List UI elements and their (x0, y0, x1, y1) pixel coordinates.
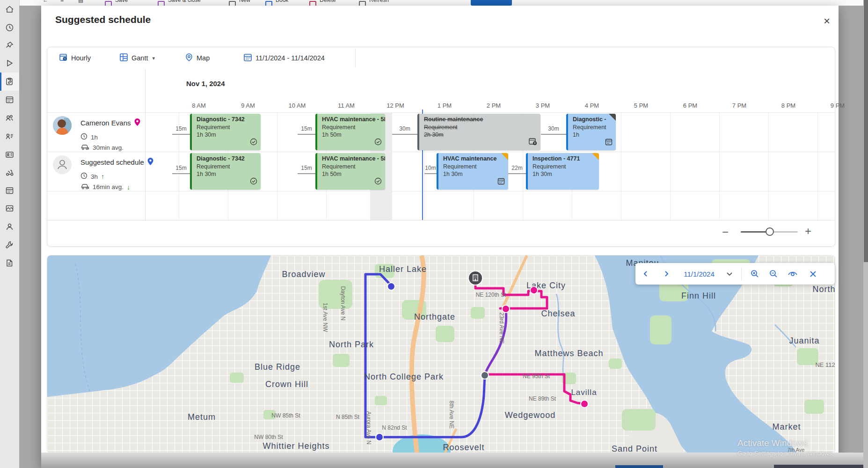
toolbar-button-new[interactable]: New (239, 0, 250, 3)
route-stop-dot[interactable] (530, 286, 538, 294)
resource-name[interactable]: Suggested schedule (80, 157, 154, 167)
primary-command-button[interactable] (471, 0, 512, 6)
gridline (768, 112, 769, 220)
activate-windows-watermark: Activate Windows (737, 438, 808, 448)
gantt-grid-icon (119, 53, 128, 63)
street-label: 23rd Ave NE (498, 312, 505, 344)
area-label: Blue Ridge (255, 362, 300, 372)
calendar-x-icon (529, 138, 537, 147)
next-day-icon[interactable] (656, 263, 677, 285)
booking-status-corner (609, 114, 616, 121)
street-label: 8th Ave NE (448, 401, 455, 429)
area-label: Roosevelt (443, 443, 484, 452)
gantt-zoom-in-button[interactable]: + (805, 225, 811, 238)
depot-marker[interactable] (468, 271, 482, 285)
visibility-icon[interactable] (783, 263, 802, 285)
screen: ← ≡ ▤ SaveSave & closeNewBookDeleteRefre… (0, 0, 868, 468)
gantt-zoom-out-button[interactable]: − (722, 226, 729, 239)
toolbar-button-delete[interactable]: Delete (320, 0, 336, 3)
area-label: Matthews Beach (534, 349, 603, 358)
hour-label: 8 PM (770, 102, 807, 109)
recent-clock-icon[interactable] (0, 19, 19, 37)
zoom-out-icon[interactable] (764, 263, 783, 285)
wrench-icon[interactable] (0, 236, 19, 254)
home-icon[interactable] (0, 0, 19, 18)
close-map-icon[interactable] (802, 263, 823, 285)
person-icon[interactable] (0, 218, 19, 235)
hour-label: 11 AM (328, 102, 365, 109)
contact-list-icon[interactable] (0, 127, 19, 145)
route-stop-dot[interactable] (502, 305, 510, 313)
booking-block-green[interactable]: Diagnostic - 7342Requirement1h 30m (190, 114, 261, 150)
booking-block-blue[interactable]: Inspection - 4771Requirement1h 30m (526, 153, 599, 190)
route-stop-dot[interactable] (581, 400, 588, 408)
calendar-icon[interactable] (0, 91, 19, 109)
date-range-picker[interactable]: 11/1/2024 - 11/14/2024 (243, 49, 325, 67)
activate-windows-watermark-sub: Go to Settings to activate Windows. (737, 450, 833, 457)
street-label: N 82nd St (382, 424, 407, 431)
toolbar-button-save[interactable]: Save (115, 0, 128, 3)
calendar2-icon[interactable] (0, 182, 19, 199)
booking-block-gray[interactable]: Routine maintenanceRequirement2h 30m (417, 114, 540, 150)
hour-label: 8 AM (180, 102, 218, 109)
booking-block-green[interactable]: HVAC maintenance - 5828Requirement1h 50m (315, 153, 385, 190)
gridline (277, 112, 277, 220)
booking-block-green[interactable]: Diagnostic - 7342Requirement1h 30m (190, 153, 261, 190)
hour-label: 3 PM (524, 102, 562, 109)
booking-block-green[interactable]: HVAC maintenance - 5828Requirement1h 50m (315, 114, 385, 150)
check-icon (374, 138, 382, 147)
map-view-button[interactable]: Map (185, 49, 210, 67)
scooter-icon[interactable] (0, 163, 19, 181)
hour-label: 10 AM (278, 102, 316, 109)
clipboard-edit-icon[interactable] (0, 73, 19, 90)
printer-icon[interactable]: ▤ (78, 0, 83, 3)
folder-image-icon[interactable] (0, 199, 19, 217)
chevron-down-icon: ▾ (152, 55, 155, 61)
hour-label: 12 PM (377, 102, 414, 109)
map-canvas: NE 120th St23rd Ave NE8th Ave NENE 95th … (47, 256, 835, 453)
gantt-zoom-slider-knob[interactable] (766, 227, 774, 236)
booking-block-blue[interactable]: HVAC maintenanceRequirement1h 30m (437, 153, 508, 190)
toolbar-button-save-close[interactable]: Save & close (168, 0, 201, 3)
street-label: NE 120th St (476, 292, 506, 298)
gridline (621, 112, 621, 220)
page-scrollbar-thumb[interactable] (864, 0, 868, 262)
hour-label: 9 AM (229, 102, 267, 109)
id-card-icon[interactable] (0, 146, 19, 163)
calendar-icon (605, 138, 613, 147)
zoom-in-icon[interactable] (745, 263, 764, 285)
area-label: Metum (188, 412, 216, 422)
hourly-view-button[interactable]: Hourly (59, 49, 91, 67)
cut-off-primary-button[interactable] (615, 465, 663, 468)
route-stop-dot[interactable] (387, 283, 395, 290)
area-label: Wedgewood (505, 410, 556, 420)
toolbar-button-refresh[interactable]: Refresh (369, 0, 389, 3)
people-icon[interactable] (0, 109, 19, 127)
hour-label: 5 PM (622, 102, 660, 109)
gantt-date-header: Nov 1, 2024 (186, 80, 225, 88)
prev-day-icon[interactable] (635, 263, 656, 285)
area-label: Northgate (414, 312, 455, 322)
document-icon[interactable] (0, 254, 19, 272)
travel-time-label: 15m (172, 125, 190, 135)
app-sidebar (0, 0, 20, 468)
map-toolbar: 11/1/2024 (635, 263, 835, 285)
street-label: 1st Ave NW (322, 303, 328, 332)
map-date-label[interactable]: 11/1/2024 (677, 263, 722, 285)
pin-icon[interactable] (0, 37, 19, 54)
back-icon[interactable]: ← (43, 0, 48, 3)
gantt-view-dropdown[interactable]: Gantt ▾ (119, 49, 155, 67)
route-stop-dot[interactable] (481, 372, 489, 379)
booking-block-blue[interactable]: Diagnostic -Requirement1h (566, 114, 616, 150)
area-label: Haller Lake (379, 264, 427, 274)
area-label: Sand Point (612, 444, 657, 453)
schedule-map[interactable]: NE 120th St23rd Ave NE8th Ave NENE 95th … (47, 255, 835, 453)
map-date-chevron-icon[interactable] (722, 263, 737, 285)
resource-name[interactable]: Cameron Evans (80, 118, 141, 128)
area-label: Broadview (282, 270, 325, 279)
dialog-close-icon[interactable]: × (819, 13, 835, 29)
menu-icon[interactable]: ≡ (60, 0, 64, 3)
route-stop-dot[interactable] (376, 433, 383, 441)
play-icon[interactable] (0, 54, 19, 72)
toolbar-button-book[interactable]: Book (276, 0, 288, 3)
